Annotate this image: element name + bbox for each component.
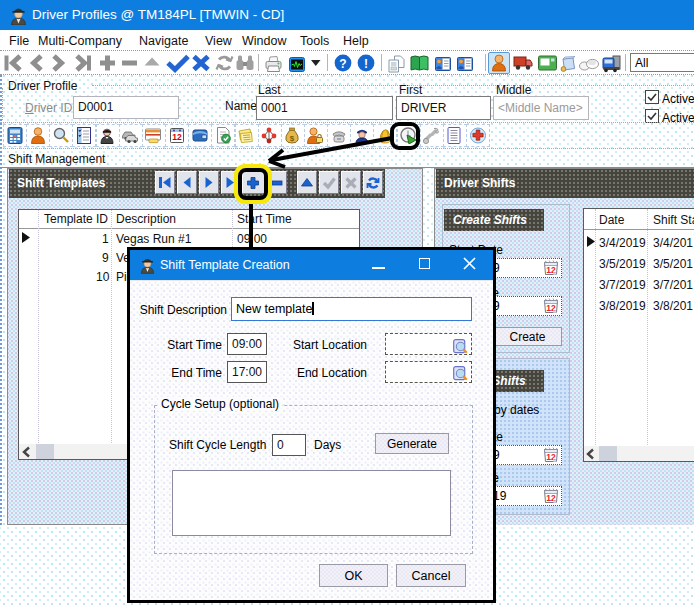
svg-text:?: ? [339, 57, 346, 71]
svg-text:!: ! [364, 57, 368, 71]
svg-text:12: 12 [172, 132, 182, 142]
